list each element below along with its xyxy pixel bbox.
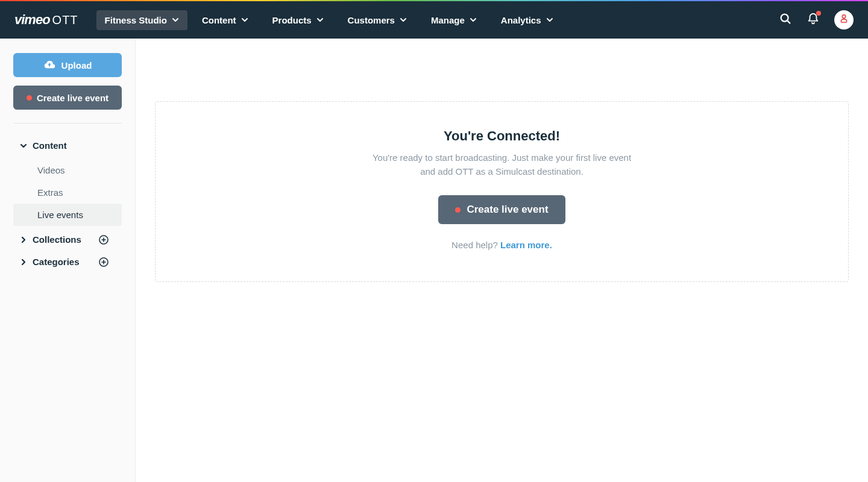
cloud-upload-icon (43, 60, 55, 71)
sidebar-header-label: Content (33, 140, 67, 151)
nav-item-label: Customers (348, 15, 395, 25)
create-live-event-button[interactable]: Create live event (13, 86, 122, 110)
sidebar-section-content: Content Videos Extras Live events (0, 134, 135, 228)
sidebar-item-label: Live events (37, 210, 83, 220)
notification-dot-icon (816, 11, 821, 16)
brand-name-main: vimeo (14, 12, 50, 28)
chevron-down-icon (241, 16, 248, 23)
chevron-down-icon (19, 142, 28, 150)
nav-item-manage[interactable]: Manage (421, 10, 486, 30)
live-dot-icon (455, 207, 461, 213)
nav-item-label: Manage (431, 15, 465, 25)
site-selector-label: Fitness Studio (105, 15, 167, 25)
create-live-event-cta-button[interactable]: Create live event (438, 195, 565, 224)
chevron-right-icon (19, 258, 28, 266)
sidebar-header-label: Collections (33, 234, 81, 245)
nav-item-customers[interactable]: Customers (338, 10, 417, 30)
learn-more-link[interactable]: Learn more. (500, 240, 552, 250)
sidebar-item-extras[interactable]: Extras (13, 181, 122, 204)
sidebar-section-collections: Collections (0, 228, 135, 251)
help-prefix: Need help? (451, 240, 500, 250)
sidebar-item-label: Videos (37, 165, 65, 175)
sidebar-header-content[interactable]: Content (0, 134, 135, 157)
topbar-right (779, 10, 854, 30)
nav-item-label: Content (202, 15, 236, 25)
upload-button[interactable]: Upload (13, 53, 122, 77)
create-live-event-label: Create live event (37, 93, 108, 103)
sidebar-header-collections[interactable]: Collections (0, 228, 135, 251)
connected-title: You're Connected! (180, 128, 824, 144)
svg-point-1 (842, 15, 846, 18)
help-text: Need help? Learn more. (180, 240, 824, 250)
sidebar-header-categories[interactable]: Categories (0, 251, 135, 273)
create-live-event-cta-label: Create live event (467, 204, 548, 216)
nav-item-content[interactable]: Content (192, 10, 258, 30)
nav-item-products[interactable]: Products (263, 10, 333, 30)
search-icon (779, 12, 792, 28)
brand-name-sub: OTT (52, 13, 78, 27)
add-collection-button[interactable] (99, 235, 108, 245)
chevron-down-icon (316, 16, 324, 23)
connected-panel: You're Connected! You're ready to start … (155, 101, 849, 282)
chevron-down-icon (470, 16, 477, 23)
avatar-icon (837, 12, 851, 28)
top-nav: Fitness Studio Content Products Customer… (96, 10, 563, 30)
sidebar-header-label: Categories (33, 257, 80, 267)
sidebar-item-live-events[interactable]: Live events (13, 204, 122, 226)
sidebar-divider (13, 123, 122, 124)
nav-item-analytics[interactable]: Analytics (491, 10, 563, 30)
top-bar: vimeo OTT Fitness Studio Content Product… (0, 1, 868, 39)
search-button[interactable] (779, 12, 792, 28)
notifications-button[interactable] (807, 12, 820, 28)
nav-item-label: Analytics (501, 15, 541, 25)
live-dot-icon (27, 95, 32, 101)
main-content: You're Connected! You're ready to start … (136, 39, 868, 482)
upload-label: Upload (61, 60, 92, 70)
chevron-right-icon (19, 236, 28, 244)
chevron-down-icon (400, 16, 407, 23)
site-selector-dropdown[interactable]: Fitness Studio (96, 10, 187, 30)
sidebar-section-categories: Categories (0, 251, 135, 273)
brand-logo[interactable]: vimeo OTT (14, 12, 78, 28)
add-category-button[interactable] (99, 257, 108, 267)
sidebar-item-label: Extras (37, 187, 63, 198)
avatar[interactable] (834, 10, 854, 30)
sidebar: Upload Create live event Content Videos (0, 39, 136, 482)
nav-item-label: Products (272, 15, 312, 25)
connected-description: You're ready to start broadcasting. Just… (370, 151, 635, 178)
sidebar-item-videos[interactable]: Videos (13, 159, 122, 181)
chevron-down-icon (172, 16, 179, 23)
chevron-down-icon (546, 16, 553, 23)
